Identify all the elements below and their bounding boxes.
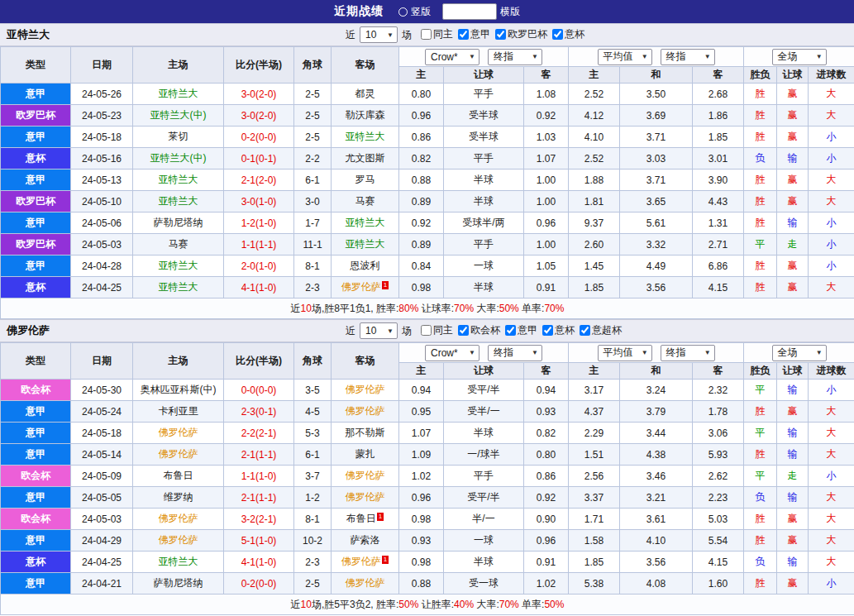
team-name-link[interactable]: 亚特兰大(中) (150, 109, 207, 121)
team-name-link[interactable]: 佛罗伦萨 (341, 281, 381, 293)
team-name-link[interactable]: 佛罗伦萨 (159, 448, 198, 460)
team-name-link[interactable]: 亚特兰大 (159, 88, 198, 99)
checkbox-input[interactable] (421, 29, 432, 40)
score-cell[interactable]: 2-3(0-1) (224, 401, 294, 423)
team-name-link[interactable]: 亚特兰大 (346, 217, 385, 228)
scope-select[interactable]: 全场▼ (772, 345, 827, 361)
score-cell[interactable]: 1-1(1-1) (224, 234, 294, 255)
checkbox-input[interactable] (505, 325, 516, 336)
score-cell[interactable]: 3-0(2-0) (224, 84, 294, 105)
team-name-link[interactable]: 佛罗伦萨 (341, 556, 381, 567)
score-cell[interactable]: 1-1(1-0) (224, 466, 294, 487)
score-cell[interactable]: 2-1(2-0) (224, 170, 294, 191)
team-name-link[interactable]: 佛罗伦萨 (346, 577, 385, 589)
score-cell[interactable]: 2-1(1-1) (224, 444, 294, 466)
team-name-link[interactable]: 罗马 (355, 174, 375, 185)
average-stage-select[interactable]: 终指▼ (661, 345, 715, 361)
layout-radio-vertical[interactable]: 竖版 (398, 5, 431, 19)
score-cell[interactable]: 4-1(1-0) (224, 552, 294, 573)
filter-checkbox[interactable]: 意超杯 (580, 323, 622, 337)
checkbox-input[interactable] (580, 325, 590, 336)
filter-checkbox[interactable]: 欧罗巴杯 (495, 27, 547, 41)
col-header-date: 日期 (71, 47, 133, 84)
filter-checkbox[interactable]: 意甲 (458, 27, 490, 41)
average-select[interactable]: 平均值▼ (598, 49, 652, 65)
score-cell[interactable]: 3-0(1-0) (224, 191, 294, 212)
recent-count-select[interactable]: 10▼ (360, 322, 398, 339)
bookmaker-select[interactable]: Crow*▼ (425, 49, 479, 65)
checkbox-input[interactable] (458, 29, 469, 40)
score-cell[interactable]: 5-1(1-0) (224, 530, 294, 552)
team-name-link[interactable]: 佛罗伦萨 (159, 427, 198, 438)
checkbox-input[interactable] (552, 29, 563, 40)
team-name-link[interactable]: 都灵 (355, 88, 375, 99)
results-table: 类型 日期 主场 比分(半场) 角球 客场 Crow*▼ 终指▼ 平均值▼ 终指… (0, 46, 854, 319)
team-name-link[interactable]: 卡利亚里 (159, 405, 198, 417)
team-name-link[interactable]: 佛罗伦萨 (346, 405, 385, 417)
team-name-link[interactable]: 尤文图斯 (346, 152, 385, 164)
checkbox-input[interactable] (495, 29, 506, 40)
filter-checkbox[interactable]: 意杯 (552, 27, 584, 41)
team-name-link[interactable]: 亚特兰大 (346, 238, 385, 250)
team-name-link[interactable]: 佛罗伦萨 (346, 470, 385, 481)
team-name-link[interactable]: 佛罗伦萨 (346, 384, 385, 395)
team-name-link[interactable]: 马赛 (169, 238, 188, 250)
checkbox-label: 意甲 (518, 323, 537, 337)
team-name-link[interactable]: 维罗纳 (164, 491, 193, 503)
score-cell[interactable]: 0-0(0-0) (224, 380, 294, 401)
filter-checkbox[interactable]: 同主 (421, 27, 453, 41)
checkbox-input[interactable] (421, 325, 432, 336)
team-name-link[interactable]: 恩波利 (351, 260, 380, 271)
score-cell[interactable]: 0-2(0-0) (224, 573, 294, 595)
average-stage-select[interactable]: 终指▼ (661, 49, 715, 65)
team-name-link[interactable]: 亚特兰大 (159, 174, 198, 185)
score-cell[interactable]: 2-0(1-0) (224, 255, 294, 277)
checkbox-input[interactable] (458, 325, 469, 336)
layout-radio-horizontal[interactable]: 横版 (442, 3, 520, 20)
odds-stage-select[interactable]: 终指▼ (488, 49, 542, 65)
checkbox-label: 意甲 (470, 27, 490, 41)
score-cell[interactable]: 2-1(1-1) (224, 487, 294, 509)
bookmaker-select[interactable]: Crow*▼ (425, 345, 479, 361)
score-cell[interactable]: 4-1(1-0) (224, 277, 294, 298)
team-name-link[interactable]: 莱切 (169, 131, 188, 142)
score-cell[interactable]: 0-1(0-1) (224, 148, 294, 170)
filter-checkbox[interactable]: 同主 (421, 323, 453, 337)
corner-cell: 6-1 (294, 444, 332, 466)
scope-select[interactable]: 全场▼ (772, 49, 827, 65)
team-name-link[interactable]: 萨勒尼塔纳 (154, 217, 203, 228)
team-name-link[interactable]: 亚特兰大 (159, 281, 198, 293)
team-name-link[interactable]: 奥林匹亚科斯(中) (141, 384, 217, 395)
odds-stage-select[interactable]: 终指▼ (488, 345, 542, 361)
team-name-link[interactable]: 布鲁日 (164, 470, 193, 481)
score-cell[interactable]: 3-0(2-0) (224, 105, 294, 127)
team-name-link[interactable]: 亚特兰大 (159, 260, 198, 271)
team-name-link[interactable]: 蒙扎 (355, 448, 375, 460)
recent-count-select[interactable]: 10▼ (360, 26, 398, 43)
average-select[interactable]: 平均值▼ (598, 345, 652, 361)
team-name-link[interactable]: 亚特兰大 (159, 556, 198, 567)
team-name-link[interactable]: 布鲁日 (346, 513, 376, 524)
team-name-link[interactable]: 那不勒斯 (346, 427, 385, 438)
team-name-link[interactable]: 佛罗伦萨 (159, 513, 198, 524)
team-name-link[interactable]: 佛罗伦萨 (159, 534, 198, 546)
team-name-link[interactable]: 亚特兰大 (159, 195, 198, 207)
filter-checkbox[interactable]: 意甲 (505, 323, 537, 337)
score-cell[interactable]: 1-2(1-0) (224, 212, 294, 234)
team-name-link[interactable]: 萨勒尼塔纳 (154, 577, 203, 589)
score-cell[interactable]: 2-2(2-1) (224, 423, 294, 444)
team-name-link[interactable]: 萨索洛 (351, 534, 380, 546)
checkbox-input[interactable] (542, 325, 553, 336)
handicap-away-odds: 0.86 (524, 466, 569, 487)
filter-checkbox[interactable]: 欧会杯 (458, 323, 500, 337)
team-name-link[interactable]: 佛罗伦萨 (346, 491, 385, 503)
odds-selects-cell: Crow*▼ 终指▼ (399, 47, 569, 67)
score-cell[interactable]: 0-2(0-0) (224, 127, 294, 148)
team-name-link[interactable]: 勒沃库森 (346, 109, 385, 121)
team-name-link[interactable]: 亚特兰大 (346, 131, 385, 142)
team-name-link[interactable]: 马赛 (355, 195, 375, 207)
score-cell[interactable]: 3-2(2-1) (224, 509, 294, 530)
handicap-away-odds: 1.00 (524, 234, 569, 255)
team-name-link[interactable]: 亚特兰大(中) (150, 152, 207, 164)
filter-checkbox[interactable]: 意杯 (542, 323, 575, 337)
